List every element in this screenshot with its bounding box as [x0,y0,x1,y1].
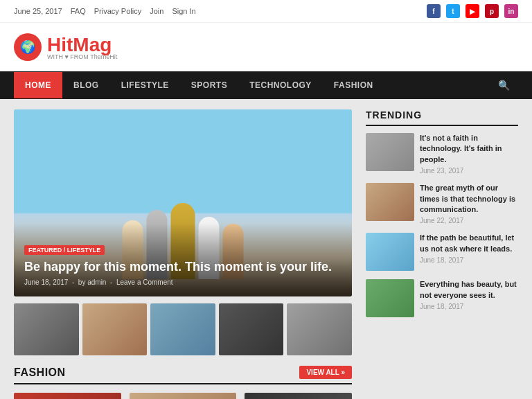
instagram-icon[interactable]: in [504,4,518,18]
featured-title: Be happy for this moment. This moment is… [24,259,342,275]
fashion-grid: Everything has beauty, not everyone sees… [14,393,352,399]
featured-tag: FEATURED / LIFESTYLE [24,245,105,255]
trending-item-title-4: Everything has beauty, but not everyone … [420,279,518,301]
youtube-icon[interactable]: ▶ [466,4,479,18]
fashion-item-2: Everything has beauty, not everyone sees… [130,393,237,399]
thumb-item-1[interactable] [14,303,79,355]
thumb-item-2[interactable] [82,303,148,355]
fashion-section: FASHION VIEW ALL » Everything has beauty… [14,366,352,399]
nav-sports[interactable]: SPORTS [180,72,238,98]
thumb-item-4[interactable] [219,303,284,355]
join-link[interactable]: Join [150,7,163,15]
trending-content-4: Everything has beauty, but not everyone … [420,279,518,310]
nav-links: HOME BLOG LIFESTYLE SPORTS TECHNOLOGY FA… [14,72,384,98]
trending-item-3[interactable]: If the path be beautiful, let us not ask… [366,233,518,271]
trending-section: TRENDING It's not a faith in technology.… [366,109,518,317]
top-bar-left: June 25, 2017 FAQ Privacy Policy Join Si… [14,7,196,15]
nav-blog[interactable]: BLOG [62,72,110,98]
twitter-icon[interactable]: t [446,4,460,18]
thumb-item-3[interactable] [150,303,215,355]
logo-mag: Mag [73,34,112,55]
fashion-item-1: Everything has beauty, not everyone sees… [14,393,121,399]
main-nav: HOME BLOG LIFESTYLE SPORTS TECHNOLOGY FA… [0,71,532,99]
fashion-item-3: Advertise Here [245,393,352,399]
trending-thumb-4 [366,279,414,317]
faq-link[interactable]: FAQ [71,7,86,15]
logo-text-area: HitMag WITH ♥ FROM ThemeHit [47,34,117,60]
featured-overlay: FEATURED / LIFESTYLE Be happy for this m… [14,223,352,296]
trending-item-1[interactable]: It's not a faith in technology. It's fai… [366,133,518,175]
logo-icon: 🌍 [14,33,42,61]
site-header: 🌍 HitMag WITH ♥ FROM ThemeHit [0,23,532,71]
signin-link[interactable]: Sign In [172,7,195,15]
date-display: June 25, 2017 [14,7,62,15]
main-content: FEATURED / LIFESTYLE Be happy for this m… [0,99,532,399]
trending-thumb-1 [366,133,414,171]
nav-fashion[interactable]: FASHION [323,72,384,98]
nav-home[interactable]: HOME [14,72,62,98]
nav-lifestyle[interactable]: LIFESTYLE [110,72,180,98]
trending-item-title-3: If the path be beautiful, let us not ask… [420,233,518,254]
logo-tagline: WITH ♥ FROM ThemeHit [47,53,117,60]
featured-comment[interactable]: Leave a Comment [116,278,173,286]
featured-date: June 18, 2017 [24,278,68,286]
fashion-section-title: FASHION [14,366,66,379]
trending-item-2[interactable]: The great myth of our times is that tech… [366,183,518,224]
trending-title: TRENDING [366,109,518,126]
fashion-image-2 [130,393,237,399]
trending-item-title-1: It's not a faith in technology. It's fai… [420,133,518,165]
advertise-box[interactable]: Advertise Here [245,393,352,399]
sidebar: TRENDING It's not a faith in technology.… [366,109,518,399]
thumbnail-strip [14,303,352,355]
fashion-view-all[interactable]: VIEW ALL » [299,366,352,379]
trending-item-date-2: June 22, 2017 [420,217,518,224]
trending-content-1: It's not a faith in technology. It's fai… [420,133,518,175]
privacy-link[interactable]: Privacy Policy [94,7,141,15]
facebook-icon[interactable]: f [427,4,441,18]
featured-post[interactable]: FEATURED / LIFESTYLE Be happy for this m… [14,109,352,296]
trending-item-date-4: June 18, 2017 [420,303,518,310]
fashion-image-1 [14,393,121,399]
top-bar: June 25, 2017 FAQ Privacy Policy Join Si… [0,0,532,23]
trending-thumb-3 [366,233,414,271]
site-logo[interactable]: 🌍 HitMag WITH ♥ FROM ThemeHit [14,33,117,61]
logo-hit: Hit [47,34,73,55]
search-icon[interactable]: 🔍 [490,71,518,99]
featured-image: FEATURED / LIFESTYLE Be happy for this m… [14,109,352,296]
pinterest-icon[interactable]: p [485,4,499,18]
featured-author[interactable]: by admin [78,278,107,286]
trending-item-date-1: June 23, 2017 [420,167,518,175]
nav-technology[interactable]: TECHNOLOGY [238,72,323,98]
trending-thumb-2 [366,183,414,221]
featured-meta: June 18, 2017 - by admin - Leave a Comme… [24,278,342,286]
thumb-item-5[interactable] [287,303,352,355]
social-icons: f t ▶ p in [427,4,518,18]
trending-content-3: If the path be beautiful, let us not ask… [420,233,518,264]
content-area: FEATURED / LIFESTYLE Be happy for this m… [14,109,352,399]
fashion-section-header: FASHION VIEW ALL » [14,366,352,384]
trending-item-title-2: The great myth of our times is that tech… [420,183,518,215]
trending-item-4[interactable]: Everything has beauty, but not everyone … [366,279,518,317]
trending-content-2: The great myth of our times is that tech… [420,183,518,224]
trending-item-date-3: June 18, 2017 [420,256,518,264]
